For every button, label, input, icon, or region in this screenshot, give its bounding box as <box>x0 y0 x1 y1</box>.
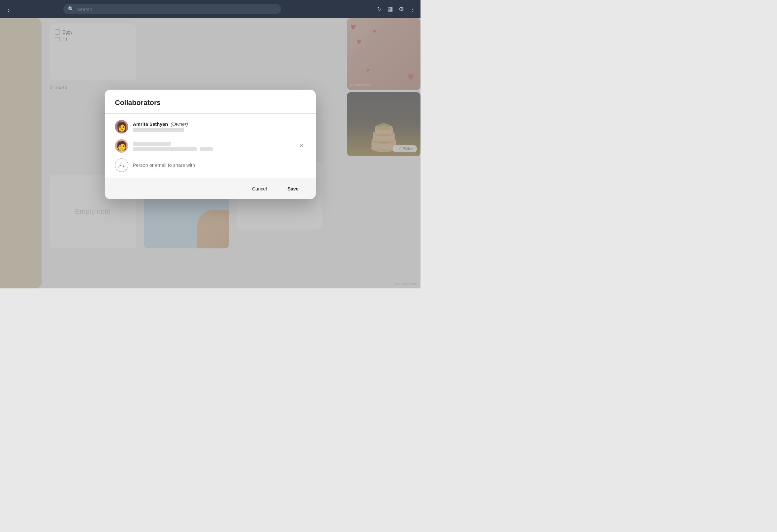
search-input[interactable] <box>77 6 276 12</box>
owner-tag: (Owner) <box>171 121 188 127</box>
remove-collaborator2-button[interactable]: ✕ <box>297 141 306 150</box>
collaborators-modal: Collaborators 👩 Amrita Sathyan (Owner) 🧑 <box>105 90 316 199</box>
reload-icon[interactable]: ↻ <box>377 5 382 12</box>
owner-row: 👩 Amrita Sathyan (Owner) <box>115 120 306 133</box>
search-icon: 🔍 <box>68 6 74 12</box>
modal-footer: Cancel Save <box>105 178 316 199</box>
add-person-row <box>115 158 306 172</box>
collab2-avatar: 🧑 <box>115 139 128 153</box>
owner-email-blurred <box>133 128 184 132</box>
search-bar[interactable]: 🔍 <box>64 4 281 14</box>
settings-icon[interactable]: ⚙ <box>399 5 404 12</box>
collab2-email-blurred <box>133 147 197 151</box>
owner-name: Amrita Sathyan (Owner) <box>133 121 306 127</box>
more-icon[interactable]: ⋮ <box>410 5 415 12</box>
collaborator2-row: 🧑 ✕ <box>115 139 306 153</box>
avatar-image: 👩 <box>116 121 127 132</box>
svg-point-10 <box>120 163 122 165</box>
save-button[interactable]: Save <box>280 184 306 194</box>
menu-icon[interactable]: ⋮ <box>5 5 11 13</box>
owner-avatar: 👩 <box>115 120 128 133</box>
modal-title: Collaborators <box>115 99 306 107</box>
add-person-input[interactable] <box>133 162 306 168</box>
owner-email <box>133 127 306 132</box>
add-person-icon <box>115 158 128 172</box>
collab2-name <box>133 140 292 146</box>
topbar-actions: ↻ ▦ ⚙ ⋮ <box>377 5 415 12</box>
collab2-avatar-image: 🧑 <box>116 140 127 151</box>
collab2-email <box>133 146 292 151</box>
modal-body: Collaborators 👩 Amrita Sathyan (Owner) 🧑 <box>105 90 316 178</box>
cancel-button[interactable]: Cancel <box>245 184 274 194</box>
owner-info: Amrita Sathyan (Owner) <box>133 121 306 132</box>
collab2-name-blurred <box>133 142 171 146</box>
collab2-role-blurred <box>200 147 213 151</box>
collab2-info <box>133 140 292 151</box>
modal-divider <box>105 113 316 114</box>
topbar: ⋮ 🔍 ↻ ▦ ⚙ ⋮ <box>0 0 421 18</box>
person-add-svg <box>118 162 125 169</box>
grid-icon[interactable]: ▦ <box>387 5 393 12</box>
